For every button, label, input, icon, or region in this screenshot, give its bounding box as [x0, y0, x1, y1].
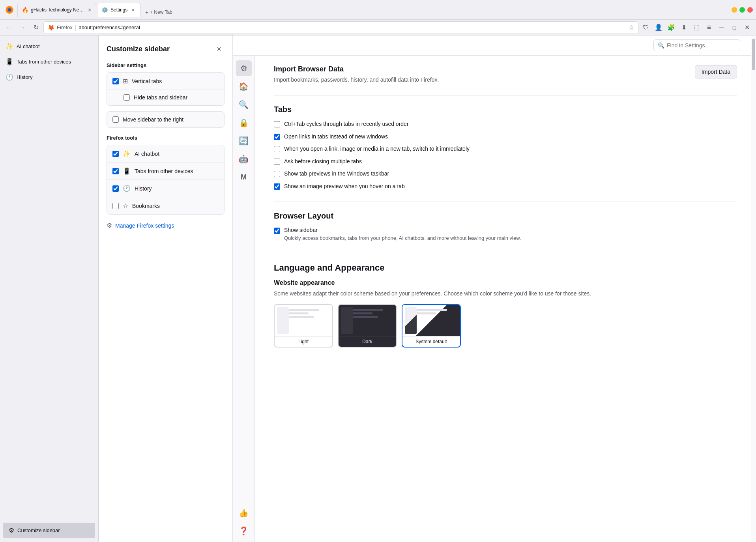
settings-grid-icon[interactable]: M: [236, 169, 252, 185]
bookmarks-tool-row[interactable]: ☆ Bookmarks: [107, 197, 224, 214]
find-settings-bar: 🔍: [233, 36, 756, 56]
sidebar-tabs-devices[interactable]: 📱 Tabs from other devices: [0, 54, 98, 69]
toolbar-icons: 🛡 👤 🧩 ⬇ ⬚ ≡ ─ □ ✕: [640, 22, 753, 34]
manage-firefox-settings-link[interactable]: Manage Firefox settings: [115, 222, 174, 229]
back-button[interactable]: ←: [3, 22, 15, 34]
ctrl-tab-label[interactable]: Ctrl+Tab cycles through tabs in recently…: [284, 120, 409, 128]
tabs-devices-tool-checkbox[interactable]: [112, 168, 119, 174]
scrollbar-track[interactable]: [751, 36, 756, 542]
sidebar-customize[interactable]: ⚙ Customize sidebar: [3, 523, 95, 538]
import-data-button[interactable]: Import Data: [695, 65, 737, 78]
tab-ghacks[interactable]: 🔥 gHacks Technology News and Advi ×: [17, 3, 96, 17]
address-bar[interactable]: 🦊 Firefox | about:preferences#general ☆: [43, 21, 638, 34]
history-tool-label[interactable]: History: [135, 185, 219, 192]
ghacks-tab-close[interactable]: ×: [87, 7, 92, 13]
appearance-dark[interactable]: Dark: [338, 304, 397, 348]
firefox-tools-group: ✨ AI chatbot 📱 Tabs from other devices 🕐…: [107, 145, 225, 215]
ai-chatbot-tool-label[interactable]: AI chatbot: [135, 151, 219, 157]
containers-button[interactable]: ⬚: [691, 22, 702, 34]
bookmark-icon[interactable]: ☆: [629, 24, 634, 31]
hide-tabs-label[interactable]: Hide tabs and sidebar: [134, 94, 219, 101]
pocket-button[interactable]: 🛡: [640, 22, 652, 34]
svg-point-2: [8, 8, 11, 11]
open-links-checkbox[interactable]: [274, 134, 280, 140]
vertical-tabs-label[interactable]: Vertical tabs: [132, 78, 219, 84]
firefox-tools-section: Firefox tools ✨ AI chatbot 📱 Tabs from o…: [107, 135, 225, 215]
tabs-title: Tabs: [274, 105, 737, 114]
switch-new-tab-row[interactable]: When you open a link, image or media in …: [274, 145, 737, 153]
show-sidebar-row[interactable]: Show sidebar Quickly access bookmarks, t…: [274, 227, 737, 242]
section-divider-3: [274, 253, 737, 253]
minimize-button[interactable]: [732, 7, 737, 13]
bookmarks-tool-label[interactable]: Bookmarks: [132, 203, 219, 209]
tab-previews-checkbox[interactable]: [274, 171, 280, 177]
panel-header: Customize sidebar ×: [107, 43, 225, 54]
window-close-btn[interactable]: ✕: [741, 22, 753, 34]
image-preview-row[interactable]: Show an image preview when you hover on …: [274, 183, 737, 191]
switch-new-tab-label[interactable]: When you open a link, image or media in …: [284, 145, 470, 153]
tab-previews-row[interactable]: Show tab previews in the Windows taskbar: [274, 170, 737, 178]
settings-sync-icon[interactable]: 🔄: [236, 133, 252, 149]
settings-search-icon[interactable]: 🔍: [236, 97, 252, 112]
ai-chatbot-tool-checkbox[interactable]: [112, 151, 119, 157]
sidebar-history[interactable]: 🕐 History: [0, 69, 98, 85]
window-minimize-btn[interactable]: ─: [716, 22, 728, 34]
open-links-label[interactable]: Open links in tabs instead of new window…: [284, 133, 388, 141]
history-tool-checkbox[interactable]: [112, 185, 119, 192]
vertical-tabs-row[interactable]: ⊞ Vertical tabs: [107, 73, 224, 90]
settings-lock-icon[interactable]: 🔒: [236, 115, 252, 131]
history-tool-row[interactable]: 🕐 History: [107, 180, 224, 197]
settings-home-icon[interactable]: 🏠: [236, 78, 252, 94]
open-links-row[interactable]: Open links in tabs instead of new window…: [274, 133, 737, 141]
maximize-button[interactable]: [739, 7, 745, 13]
tab-settings[interactable]: ⚙️ Settings ×: [97, 3, 140, 17]
bookmarks-tool-checkbox[interactable]: [112, 203, 119, 209]
image-preview-label[interactable]: Show an image preview when you hover on …: [284, 183, 405, 191]
ctrl-tab-row[interactable]: Ctrl+Tab cycles through tabs in recently…: [274, 120, 737, 128]
move-sidebar-label[interactable]: Move sidebar to the right: [123, 116, 219, 123]
reload-button[interactable]: ↻: [30, 22, 42, 34]
ask-closing-label[interactable]: Ask before closing multiple tabs: [284, 158, 362, 166]
hide-tabs-checkbox[interactable]: [124, 94, 130, 101]
image-preview-checkbox[interactable]: [274, 183, 280, 190]
close-button[interactable]: [747, 7, 753, 13]
scrollbar-thumb[interactable]: [752, 39, 755, 70]
settings-tab-close[interactable]: ×: [130, 7, 136, 13]
find-settings-input[interactable]: [667, 42, 736, 49]
tab-previews-label[interactable]: Show tab previews in the Windows taskbar: [284, 170, 389, 178]
switch-new-tab-checkbox[interactable]: [274, 146, 280, 152]
window-restore-btn[interactable]: □: [728, 22, 740, 34]
new-tab-label: + New Tab: [150, 9, 172, 15]
ai-chatbot-tool-row[interactable]: ✨ AI chatbot: [107, 145, 224, 163]
find-input-wrap[interactable]: 🔍: [653, 39, 740, 51]
vertical-tabs-checkbox[interactable]: [112, 78, 119, 84]
extensions-button[interactable]: 🧩: [665, 22, 677, 34]
tabs-devices-tool-label[interactable]: Tabs from other devices: [135, 168, 219, 174]
settings-question-icon[interactable]: ❓: [236, 523, 252, 539]
tabs-devices-tool-row[interactable]: 📱 Tabs from other devices: [107, 163, 224, 180]
address-divider: |: [75, 24, 77, 31]
show-sidebar-label[interactable]: Show sidebar: [284, 227, 521, 233]
ask-closing-checkbox[interactable]: [274, 159, 280, 165]
show-sidebar-checkbox[interactable]: [274, 228, 280, 234]
forward-button[interactable]: →: [17, 22, 28, 34]
settings-gear-icon[interactable]: ⚙: [236, 60, 252, 76]
settings-ai-icon[interactable]: 🤖: [236, 151, 252, 167]
browser-layout-section: Browser Layout Show sidebar Quickly acce…: [274, 211, 737, 242]
panel-close-button[interactable]: ×: [213, 43, 225, 54]
appearance-light[interactable]: Light: [274, 304, 333, 348]
move-sidebar-row[interactable]: Move sidebar to the right: [107, 112, 224, 127]
hide-tabs-row[interactable]: Hide tabs and sidebar: [107, 90, 224, 105]
sidebar-ai-chatbot[interactable]: ✨ AI chatbot: [0, 39, 98, 54]
account-button[interactable]: 👤: [653, 22, 664, 34]
move-sidebar-checkbox[interactable]: [112, 116, 119, 123]
downloads-button[interactable]: ⬇: [678, 22, 690, 34]
menu-button[interactable]: ≡: [703, 22, 715, 34]
show-sidebar-desc: Quickly access bookmarks, tabs from your…: [284, 235, 521, 242]
appearance-system[interactable]: System default: [402, 304, 461, 348]
customize-label: Customize sidebar: [17, 527, 60, 533]
new-tab-button[interactable]: + + New Tab: [141, 8, 176, 17]
ask-closing-row[interactable]: Ask before closing multiple tabs: [274, 158, 737, 166]
ctrl-tab-checkbox[interactable]: [274, 121, 280, 127]
settings-thumbup-icon[interactable]: 👍: [236, 505, 252, 521]
